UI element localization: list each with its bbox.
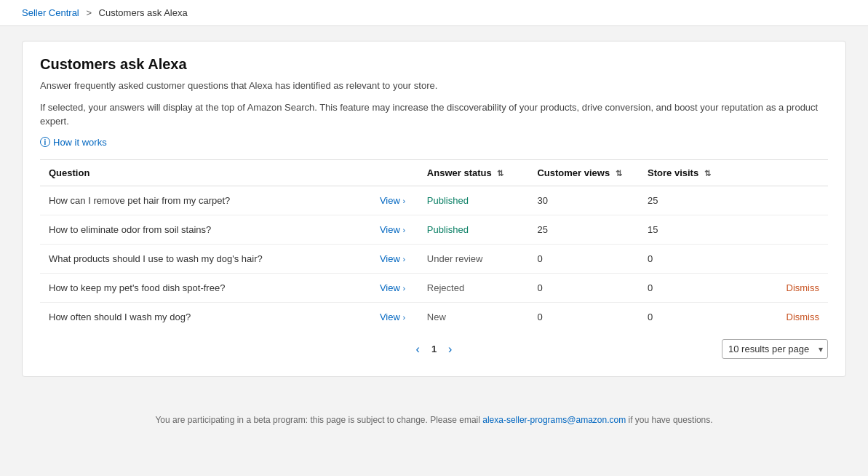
status-cell: Rejected <box>418 273 529 302</box>
col-header-store-visits: Store visits ⇅ <box>639 159 749 186</box>
sort-icon-customer-views[interactable]: ⇅ <box>616 169 622 178</box>
status-badge: New <box>427 312 446 322</box>
questions-table-section: Question Answer status ⇅ Customer views … <box>40 159 828 331</box>
chevron-right-icon: › <box>402 313 405 322</box>
question-cell: What products should I use to wash my do… <box>40 244 371 273</box>
status-cell: Published <box>418 215 529 244</box>
page-description-line1: Answer frequently asked customer questio… <box>40 79 828 93</box>
how-it-works-link[interactable]: i How it works <box>40 137 107 148</box>
breadcrumb-parent-link[interactable]: Seller Central <box>22 7 79 18</box>
store-visits-cell: 0 <box>639 244 749 273</box>
pagination-bar: ‹ 1 › 10 results per page25 results per … <box>40 331 828 362</box>
breadcrumb: Seller Central > Customers ask Alexa <box>0 0 868 26</box>
how-it-works-label: How it works <box>53 137 107 148</box>
sort-icon-status[interactable]: ⇅ <box>497 169 503 178</box>
store-visits-cell: 15 <box>639 215 749 244</box>
status-cell: Under review <box>418 244 529 273</box>
status-badge: Rejected <box>427 282 464 293</box>
col-header-action <box>749 159 828 186</box>
status-cell: New <box>418 302 529 331</box>
store-visits-cell: 0 <box>639 273 749 302</box>
footer-text-before: You are participating in a beta program:… <box>155 415 482 425</box>
footer-email-link[interactable]: alexa-seller-programs@amazon.com <box>482 415 626 425</box>
table-row: How can I remove pet hair from my carpet… <box>40 186 828 215</box>
status-badge: Under review <box>427 253 483 264</box>
view-link-cell: View › <box>371 186 418 215</box>
customer-views-cell: 0 <box>528 244 639 273</box>
view-link-cell: View › <box>371 244 418 273</box>
col-header-view-spacer <box>371 159 418 186</box>
view-link-cell: View › <box>371 215 418 244</box>
page-title: Customers ask Alexa <box>40 56 828 73</box>
footer: You are participating in a beta program:… <box>0 403 868 432</box>
customer-views-cell: 0 <box>528 302 639 331</box>
table-row: What products should I use to wash my do… <box>40 244 828 273</box>
question-cell: How can I remove pet hair from my carpet… <box>40 186 371 215</box>
action-cell <box>749 244 828 273</box>
status-badge: Published <box>427 224 469 235</box>
page-header: Customers ask Alexa Answer frequently as… <box>40 56 828 148</box>
action-cell: Dismiss <box>749 273 828 302</box>
col-header-customer-views: Customer views ⇅ <box>528 159 639 186</box>
question-cell: How to eliminate odor from soil stains? <box>40 215 371 244</box>
view-link-cell: View › <box>371 273 418 302</box>
page-description-line2: If selected, your answers will display a… <box>40 100 828 129</box>
store-visits-cell: 0 <box>639 302 749 331</box>
current-page-number: 1 <box>431 344 437 354</box>
col-header-status: Answer status ⇅ <box>418 159 529 186</box>
action-cell <box>749 215 828 244</box>
pagination-controls: ‹ 1 › <box>413 343 455 356</box>
view-link[interactable]: View › <box>380 282 405 293</box>
view-link[interactable]: View › <box>380 224 405 235</box>
view-link-cell: View › <box>371 302 418 331</box>
question-cell: How often should I wash my dog? <box>40 302 371 331</box>
view-link[interactable]: View › <box>380 195 405 206</box>
customer-views-cell: 25 <box>528 215 639 244</box>
next-page-button[interactable]: › <box>445 343 455 356</box>
chevron-right-icon: › <box>402 255 405 263</box>
chevron-right-icon: › <box>402 197 405 205</box>
dismiss-button[interactable]: Dismiss <box>787 282 820 293</box>
table-row: How often should I wash my dog?View ›New… <box>40 302 828 331</box>
col-header-question: Question <box>40 159 371 186</box>
dismiss-button[interactable]: Dismiss <box>787 312 820 322</box>
footer-text-after: if you have questions. <box>626 415 712 425</box>
questions-table: Question Answer status ⇅ Customer views … <box>40 159 828 331</box>
table-row: How to keep my pet's food dish spot-free… <box>40 273 828 302</box>
store-visits-cell: 25 <box>639 186 749 215</box>
action-cell <box>749 186 828 215</box>
customer-views-cell: 0 <box>528 273 639 302</box>
customer-views-cell: 30 <box>528 186 639 215</box>
breadcrumb-separator: > <box>86 7 92 18</box>
status-cell: Published <box>418 186 529 215</box>
view-link[interactable]: View › <box>380 312 405 322</box>
per-page-select: 10 results per page25 results per page50… <box>722 339 828 359</box>
info-icon: i <box>40 137 50 147</box>
question-cell: How to keep my pet's food dish spot-free… <box>40 273 371 302</box>
status-badge: Published <box>427 195 469 206</box>
main-content: Customers ask Alexa Answer frequently as… <box>0 26 868 403</box>
breadcrumb-current: Customers ask Alexa <box>99 7 188 18</box>
per-page-dropdown[interactable]: 10 results per page25 results per page50… <box>722 339 828 359</box>
page-card: Customers ask Alexa Answer frequently as… <box>22 41 846 377</box>
action-cell: Dismiss <box>749 302 828 331</box>
chevron-right-icon: › <box>402 284 405 293</box>
table-row: How to eliminate odor from soil stains?V… <box>40 215 828 244</box>
prev-page-button[interactable]: ‹ <box>413 343 423 356</box>
per-page-dropdown-wrapper: 10 results per page25 results per page50… <box>722 339 828 359</box>
view-link[interactable]: View › <box>380 253 405 264</box>
sort-icon-store-visits[interactable]: ⇅ <box>704 169 711 178</box>
chevron-right-icon: › <box>402 226 405 234</box>
table-header-row: Question Answer status ⇅ Customer views … <box>40 159 828 186</box>
